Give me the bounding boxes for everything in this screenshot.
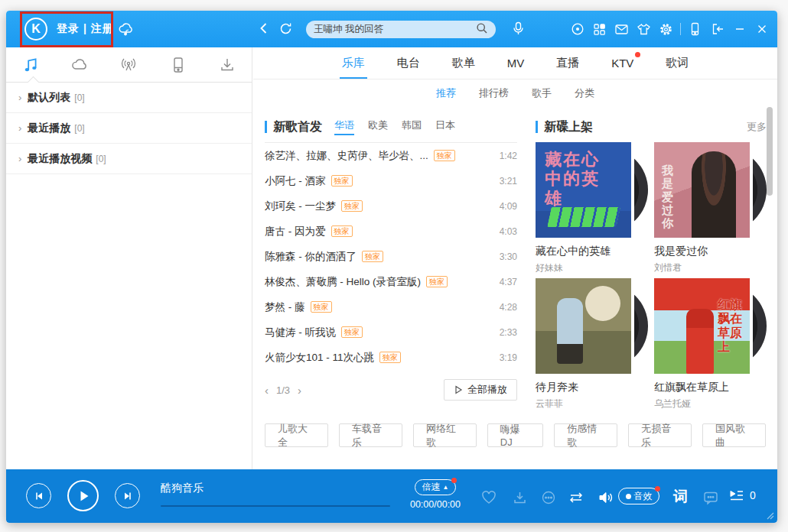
minimize-button[interactable] <box>728 11 751 47</box>
song-row[interactable]: 刘珂矣 - 一尘梦 独家 4:09 <box>265 193 517 219</box>
scrollbar-thumb[interactable] <box>767 107 773 196</box>
song-row[interactable]: 陈雅森 - 你的酒洒了 独家 3:30 <box>265 244 517 269</box>
search-icon[interactable] <box>476 22 488 37</box>
song-title[interactable]: 林俊杰、萧敬腾 - Hello (录音室版) <box>265 275 421 289</box>
album-title[interactable]: 藏在心中的英雄 <box>536 245 650 258</box>
tag-button[interactable]: 嗨爆DJ <box>487 423 543 447</box>
tab-lyrics[interactable]: 歌词 <box>664 48 690 78</box>
lang-tab-western[interactable]: 欧美 <box>368 118 388 135</box>
song-title[interactable]: 马健涛 - 听我说 <box>265 326 336 339</box>
album-cover[interactable]: 红旗飘在草原上 <box>654 278 750 374</box>
lang-tab-korean[interactable]: 韩国 <box>402 118 422 135</box>
tag-button[interactable]: 伤感情歌 <box>554 423 617 447</box>
register-button[interactable]: 注册 <box>91 22 114 34</box>
album-cover[interactable] <box>536 278 631 374</box>
download-icon[interactable] <box>511 489 528 506</box>
subtab-recommend[interactable]: 推荐 <box>436 86 456 100</box>
subtab-rankings[interactable]: 排行榜 <box>479 86 509 100</box>
expand-chevron-icon[interactable]: › <box>18 153 21 164</box>
song-title[interactable]: 陈雅森 - 你的酒洒了 <box>265 250 357 264</box>
album-cover[interactable]: 藏在心中的英雄 <box>536 142 631 238</box>
refresh-button[interactable] <box>278 21 294 37</box>
song-row[interactable]: 马健涛 - 听我说 独家 2:33 <box>265 320 517 345</box>
tab-local-music-icon[interactable] <box>15 50 46 80</box>
playlist-recent-video[interactable]: › 最近播放视频 [0] <box>6 144 252 174</box>
repeat-mode-icon[interactable] <box>568 489 584 506</box>
song-title[interactable]: 刘珂矣 - 一尘梦 <box>265 200 336 213</box>
playlist-recent[interactable]: › 最近播放 [0] <box>6 113 252 144</box>
expand-chevron-icon[interactable]: › <box>18 92 21 103</box>
tab-mv[interactable]: MV <box>506 49 526 77</box>
play-button[interactable] <box>67 480 99 511</box>
comment-icon[interactable] <box>702 489 719 506</box>
page-next-button[interactable]: › <box>298 384 301 397</box>
tag-button[interactable]: 网络红歌 <box>413 423 477 447</box>
lang-tab-japanese[interactable]: 日本 <box>435 118 455 135</box>
subtab-categories[interactable]: 分类 <box>575 86 594 100</box>
volume-icon[interactable] <box>597 489 614 506</box>
messages-icon[interactable] <box>611 11 633 47</box>
album-card[interactable]: 藏在心中的英雄 藏在心中的英雄 好妹妹 <box>536 142 650 274</box>
album-artist[interactable]: 乌兰托娅 <box>654 397 769 410</box>
next-track-button[interactable] <box>115 483 140 508</box>
expand-chevron-icon[interactable]: › <box>18 122 21 134</box>
album-card[interactable]: 红旗飘在草原上 红旗飘在草原上 乌兰托娅 <box>654 278 769 410</box>
tab-download-icon[interactable] <box>212 50 243 80</box>
subtab-singers[interactable]: 歌手 <box>532 86 552 100</box>
tag-button[interactable]: 儿歌大全 <box>265 423 328 447</box>
song-row[interactable]: 小阿七 - 酒家 独家 3:21 <box>265 168 517 193</box>
tag-button[interactable]: 国风歌曲 <box>702 423 766 447</box>
album-artist[interactable]: 刘惜君 <box>654 261 769 274</box>
song-title[interactable]: 唐古 - 因为爱 <box>265 225 326 238</box>
search-box[interactable]: 王嘯坤 我的回答 <box>306 21 496 38</box>
song-row[interactable]: 徐艺洋、拉娜、史芮伊、毕少岩、... 独家 1:42 <box>265 143 517 168</box>
album-artist[interactable]: 云菲菲 <box>536 397 650 410</box>
favorite-heart-icon[interactable] <box>480 489 497 506</box>
kugou-logo[interactable]: K <box>24 18 47 41</box>
resize-grip[interactable] <box>765 511 774 520</box>
settings-gear-icon[interactable] <box>655 11 677 47</box>
tab-playlists[interactable]: 歌单 <box>451 48 477 78</box>
album-card[interactable]: 我是爱过你 我是爱过你 刘惜君 <box>654 142 769 274</box>
song-row[interactable]: 梦然 - 藤 独家 4:28 <box>265 294 517 320</box>
lang-tab-chinese[interactable]: 华语 <box>334 118 354 135</box>
close-button[interactable] <box>751 11 773 47</box>
album-cover[interactable]: 我是爱过你 <box>654 142 750 238</box>
tab-radio-icon[interactable] <box>113 50 144 80</box>
song-title[interactable]: 火箭少女101 - 11次心跳 <box>265 351 374 365</box>
song-row[interactable]: 火箭少女101 - 11次心跳 独家 3:19 <box>265 345 517 370</box>
identify-song-icon[interactable] <box>566 11 588 47</box>
song-row[interactable]: 林俊杰、萧敬腾 - Hello (录音室版) 独家 4:37 <box>265 269 517 294</box>
album-title[interactable]: 待月奔来 <box>536 381 650 394</box>
song-title[interactable]: 徐艺洋、拉娜、史芮伊、毕少岩、... <box>265 149 428 163</box>
tag-button[interactable]: 无损音乐 <box>628 423 692 447</box>
microphone-icon[interactable] <box>511 21 526 37</box>
previous-track-button[interactable] <box>26 483 51 508</box>
album-artist[interactable]: 好妹妹 <box>536 261 650 274</box>
playback-speed-button[interactable]: 倍速▲ <box>415 479 456 495</box>
song-row[interactable]: 唐古 - 因为爱 独家 4:03 <box>265 219 517 244</box>
tab-cloud-icon[interactable] <box>64 50 95 80</box>
song-title[interactable]: 小阿七 - 酒家 <box>265 174 326 188</box>
mobile-transfer-icon[interactable] <box>684 11 706 47</box>
login-button[interactable]: 登录 <box>57 22 80 34</box>
play-all-button[interactable]: 全部播放 <box>444 379 517 401</box>
cloud-music-icon[interactable] <box>118 21 135 41</box>
album-title[interactable]: 我是爱过你 <box>654 245 769 258</box>
page-prev-button[interactable]: ‹ <box>265 384 269 397</box>
tab-live[interactable]: 直播 <box>555 48 581 78</box>
tab-device-icon[interactable] <box>163 50 194 80</box>
skin-theme-icon[interactable] <box>633 11 655 47</box>
play-queue-button[interactable]: 0 <box>728 488 756 502</box>
playlist-default[interactable]: › 默认列表 [0] <box>6 83 252 113</box>
more-options-icon[interactable] <box>540 489 557 506</box>
album-card[interactable]: 待月奔来 云菲菲 <box>536 278 650 410</box>
sound-effect-button[interactable]: 音效 <box>618 488 659 504</box>
back-button[interactable] <box>257 21 272 37</box>
song-title[interactable]: 梦然 - 藤 <box>265 300 305 314</box>
tab-ktv[interactable]: KTV <box>610 49 635 77</box>
album-title[interactable]: 红旗飘在草原上 <box>654 381 769 394</box>
tab-music-library[interactable]: 乐库 <box>340 48 366 78</box>
apps-grid-icon[interactable] <box>588 11 611 47</box>
lyrics-toggle-button[interactable]: 词 <box>673 487 688 507</box>
